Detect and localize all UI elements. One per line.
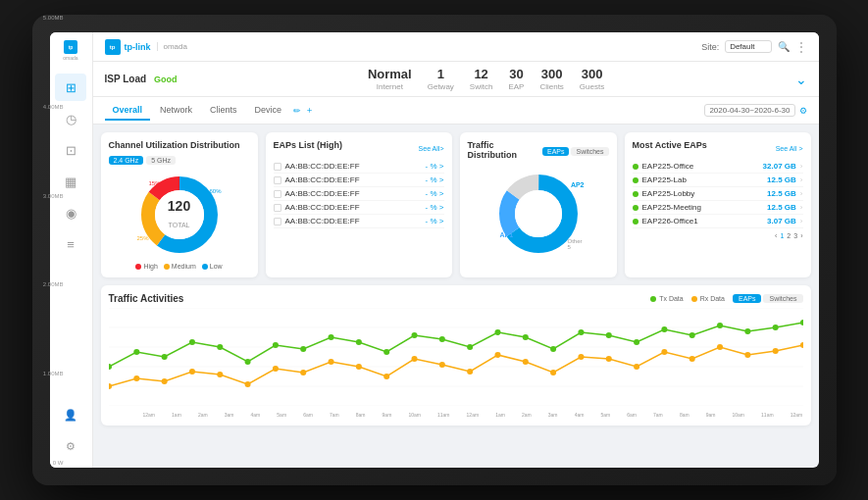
more-icon[interactable]: ⋮ <box>795 40 807 54</box>
page-3[interactable]: 3 <box>793 232 797 239</box>
most-active-see-all[interactable]: See All > <box>776 145 803 152</box>
tx-dot <box>217 344 223 350</box>
donut-label-low: 60% <box>209 188 221 194</box>
ta-tab-switches[interactable]: Switches <box>763 294 802 303</box>
traffic-label-ap1: AP1 <box>500 231 514 238</box>
active-eap-row-1: EAP225-Office 32.07 GB › <box>633 160 803 174</box>
dashboard-content: Channel Utilization Distribution 2.4 GHz… <box>93 125 819 468</box>
ta-legend-tx: Tx Data <box>650 295 684 302</box>
nav-tabs: Overall Network Clients Device ✏ ＋ 2020-… <box>93 97 819 125</box>
tx-dot <box>133 349 139 355</box>
date-range-display[interactable]: 2020-04-30~2020-6-30 <box>704 104 794 117</box>
x-label-20: 8am <box>680 412 689 418</box>
prev-page[interactable]: ‹ <box>775 232 777 239</box>
traffic-activities-header: Traffic Activities Tx Data Rx <box>109 293 803 304</box>
site-select-display[interactable]: Default <box>725 40 771 53</box>
eap-checkbox-3[interactable] <box>274 190 281 198</box>
active-eap-name-3: EAP225-Lobby <box>642 189 764 198</box>
most-active-header: Most Active EAPs See All > <box>633 140 803 156</box>
tx-dot <box>411 332 417 338</box>
tx-dot <box>272 342 278 348</box>
eap-checkbox-4[interactable] <box>274 204 281 212</box>
freq-tab-5g[interactable]: 5 GHz <box>146 156 176 165</box>
eap-checkbox-5[interactable] <box>274 218 281 225</box>
x-label-0: 12am <box>143 412 156 418</box>
tx-dot <box>467 344 473 350</box>
active-eap-arrow-1: › <box>800 162 803 171</box>
rx-dot <box>578 354 584 360</box>
tab-device[interactable]: Device <box>247 101 290 121</box>
traffic-tab-eaps[interactable]: EAPs <box>542 147 570 156</box>
freq-tab-2g[interactable]: 2.4 GHz <box>109 156 144 165</box>
x-label-9: 9am <box>383 412 392 418</box>
eap-percent-2: - % > <box>426 175 444 184</box>
tx-dot <box>188 339 194 345</box>
stat-switch-label: Switch <box>470 82 493 92</box>
x-label-22: 10am <box>733 412 745 418</box>
active-eap-dot-2 <box>633 177 638 183</box>
tx-dot <box>355 339 361 345</box>
add-icon[interactable]: ＋ <box>305 104 314 117</box>
tab-clients[interactable]: Clients <box>202 101 245 121</box>
edit-icon[interactable]: ✏ <box>293 106 301 116</box>
next-page[interactable]: › <box>800 232 802 239</box>
tx-dot <box>550 346 556 352</box>
stat-gateway-label: Getway <box>428 82 454 92</box>
eap-checkbox-1[interactable] <box>274 163 281 171</box>
widgets-row-top: Channel Utilization Distribution 2.4 GHz… <box>101 132 811 277</box>
laptop-frame: tp omada ⊞ ◷ ⊡ ▦ ◉ ≡ 👤 ⚙ <box>0 0 868 500</box>
traffic-activities-title: Traffic Activities <box>109 293 184 304</box>
eap-mac-2: AA:BB:CC:DD:EE:FF <box>285 175 422 184</box>
omada-brand-text: omada <box>157 42 187 51</box>
x-label-5: 5am <box>277 412 286 418</box>
tx-dot <box>717 323 723 328</box>
rx-dot <box>244 381 250 387</box>
search-icon[interactable]: 🔍 <box>778 41 790 52</box>
stat-gateway: 1 Getway <box>428 67 454 91</box>
rx-dot <box>438 362 444 368</box>
tx-dot <box>772 325 778 330</box>
x-label-3: 3am <box>225 412 234 418</box>
x-label-15: 3am <box>548 412 558 418</box>
brand-area: tp tp-link omada <box>105 39 187 55</box>
x-label-8: 8am <box>356 412 366 418</box>
tab-overall[interactable]: Overall <box>105 101 151 121</box>
rx-dot <box>634 364 639 370</box>
legend-high-dot <box>135 264 141 270</box>
chart-area: 12am 1am 2am 3am 4am 5am 6am 7am 8am 9 <box>109 308 803 418</box>
tx-line <box>109 323 803 367</box>
eaps-list-header: EAPs List (High) See All> <box>274 140 444 156</box>
page-1[interactable]: 1 <box>780 232 784 239</box>
x-label-11: 11am <box>437 412 450 418</box>
traffic-activities-card: Traffic Activities Tx Data Rx <box>101 285 811 425</box>
expand-icon[interactable]: ⌄ <box>795 72 807 87</box>
legend-low-dot <box>202 264 208 270</box>
page-2[interactable]: 2 <box>787 232 791 239</box>
rx-dot <box>328 359 333 365</box>
traffic-tab-switches[interactable]: Switches <box>571 147 608 156</box>
x-axis-labels: 12am 1am 2am 3am 4am 5am 6am 7am 8am 9 <box>109 412 803 418</box>
tx-legend-dot <box>650 296 656 302</box>
donut-chart: 120 TOTAL 60% 25% 15% <box>135 171 224 259</box>
chart-container: 5.00MB 4.00MB 3.00MB 2.00MB 1.00MB 0 W <box>109 308 803 418</box>
active-eap-arrow-3: › <box>800 189 803 198</box>
rx-dot <box>161 378 167 384</box>
tab-network[interactable]: Network <box>152 101 200 121</box>
tx-dot <box>605 332 611 338</box>
x-label-4: 4am <box>251 412 261 418</box>
stat-eap: 30 EAP <box>508 67 524 91</box>
ta-tab-eaps[interactable]: EAPs <box>733 294 762 303</box>
legend-medium: Medium <box>164 263 196 270</box>
eap-percent-3: - % > <box>426 189 444 198</box>
legend-medium-dot <box>164 264 170 270</box>
eap-checkbox-2[interactable] <box>274 176 281 184</box>
rx-dot <box>689 356 694 362</box>
rx-dot <box>272 366 278 372</box>
chart-svg <box>109 308 803 406</box>
eap-percent-1: - % > <box>426 162 444 171</box>
eaps-list-see-all[interactable]: See All> <box>419 145 444 152</box>
eap-percent-5: - % > <box>426 217 444 225</box>
rx-dot <box>217 372 223 377</box>
tx-dot <box>438 336 444 342</box>
settings-icon[interactable]: ⚙ <box>799 106 807 116</box>
